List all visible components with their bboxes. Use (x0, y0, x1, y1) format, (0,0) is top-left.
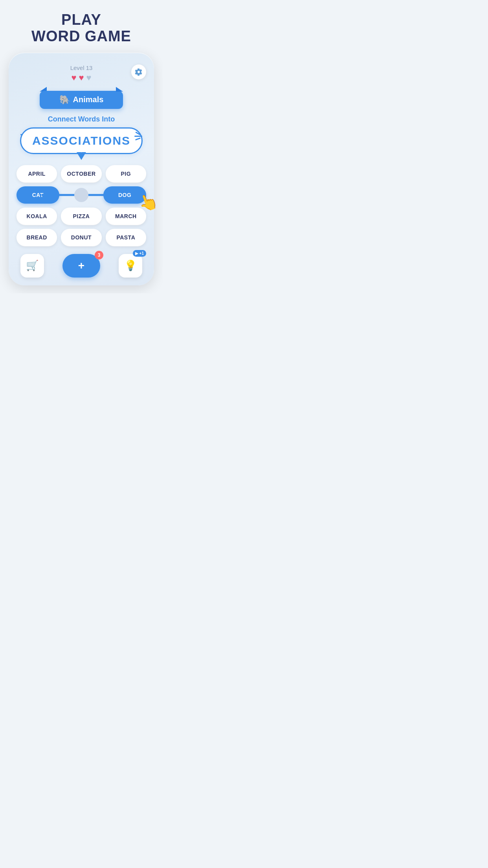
hearts-display: ♥ ♥ ♥ (70, 73, 93, 83)
category-icon: 🐘 (59, 95, 70, 105)
word-dog[interactable]: DOG 👆 (103, 186, 146, 204)
category-label: Animals (73, 95, 104, 104)
plus-icon: + (78, 259, 84, 272)
speech-bubble: ASSOCIATIONS (20, 127, 143, 154)
add-badge: 3 (95, 251, 103, 259)
hint-button[interactable]: 💡 ▶ +1 (119, 254, 142, 278)
settings-button[interactable] (131, 64, 146, 79)
word-pasta[interactable]: PASTA (106, 229, 146, 246)
word-grid: APRIL OCTOBER PIG CAT DOG 👆 KOALA PIZZA … (17, 165, 146, 246)
shop-button[interactable]: 🛒 (20, 254, 44, 278)
word-row-1: APRIL OCTOBER PIG (17, 165, 146, 182)
heart-1: ♥ (71, 73, 76, 83)
word-row-4: BREAD DONUT PASTA (17, 229, 146, 246)
word-donut[interactable]: DONUT (61, 229, 101, 246)
bottom-toolbar: 🛒 + 3 💡 ▶ +1 (17, 254, 146, 278)
word-row-2: CAT DOG 👆 (17, 186, 146, 204)
lightbulb-icon: 💡 (124, 259, 137, 272)
word-bread[interactable]: BREAD (17, 229, 57, 246)
word-march[interactable]: MARCH (106, 208, 146, 225)
page-title: PLAY WORD GAME (24, 0, 139, 53)
associations-text: ASSOCIATIONS (32, 134, 130, 147)
word-pizza[interactable]: PIZZA (61, 208, 101, 225)
connect-section: Connect Words Into ASSOCIATIONS (17, 115, 146, 154)
connect-label: Connect Words Into (17, 115, 146, 123)
word-row-3: KOALA PIZZA MARCH (17, 208, 146, 225)
gear-icon (135, 68, 143, 76)
cart-icon: 🛒 (26, 259, 39, 272)
category-banner: 🐘 Animals (17, 91, 146, 109)
heart-3: ♥ (86, 73, 92, 83)
video-badge: ▶ +1 (133, 250, 146, 257)
level-text: Level 13 (70, 64, 93, 71)
level-info: Level 13 ♥ ♥ ♥ (70, 64, 93, 83)
phone-frame: Level 13 ♥ ♥ ♥ 🐘 Animals Connect Words I… (9, 53, 154, 285)
heart-2: ♥ (79, 73, 84, 83)
word-koala[interactable]: KOALA (17, 208, 57, 225)
sparkle-right-decoration (134, 133, 142, 140)
word-pig[interactable]: PIG (106, 165, 146, 182)
add-button[interactable]: + 3 (62, 254, 100, 278)
word-april[interactable]: APRIL (17, 165, 57, 182)
word-october[interactable]: OCTOBER (61, 165, 101, 182)
